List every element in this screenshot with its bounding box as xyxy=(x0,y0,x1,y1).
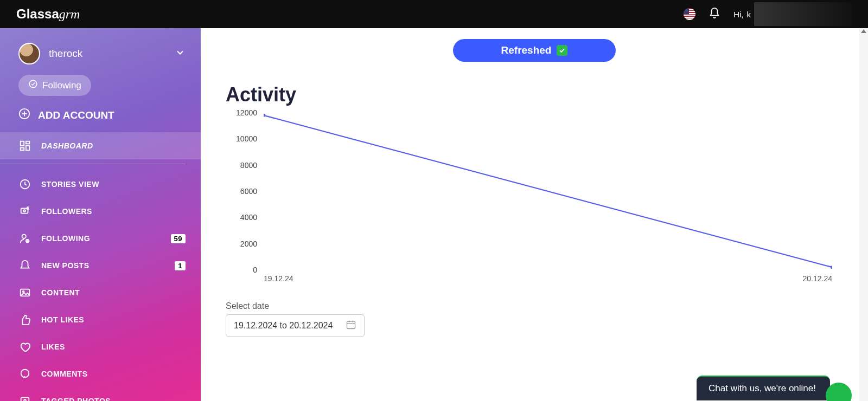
sidebar: therock Following ADD ACCOUNT DASHBOARD xyxy=(0,28,201,401)
check-icon xyxy=(557,45,567,56)
scroll-up-arrow-icon[interactable] xyxy=(861,29,866,33)
check-circle-icon xyxy=(28,79,38,92)
greeting-redacted xyxy=(754,2,852,26)
svg-point-10 xyxy=(23,210,25,212)
chat-bubble-icon[interactable] xyxy=(826,383,852,401)
chat-text[interactable]: Chat with us, we're online! xyxy=(697,376,830,400)
sidebar-item-likes[interactable]: LIKES xyxy=(0,333,201,360)
user-plus-icon xyxy=(18,232,31,244)
comment-icon xyxy=(18,368,31,380)
x-tick: 20.12.24 xyxy=(803,274,833,286)
sidebar-item-label: NEW POSTS xyxy=(41,261,165,270)
sidebar-item-label: COMMENTS xyxy=(41,370,186,378)
y-tick: 2000 xyxy=(240,240,257,248)
chat-widget[interactable]: Chat with us, we're online! xyxy=(697,375,852,401)
bell-icon xyxy=(18,260,31,271)
sidebar-item-tagged-photos[interactable]: TAGGED PHOTOS xyxy=(0,387,201,401)
image-icon xyxy=(18,287,31,299)
svg-rect-4 xyxy=(21,141,24,146)
y-tick: 12000 xyxy=(236,108,257,117)
refreshed-banner: Refreshed xyxy=(453,39,616,62)
calendar-icon xyxy=(346,319,356,332)
locale-flag-us-icon[interactable] xyxy=(684,8,695,20)
account-name: therock xyxy=(49,48,166,60)
logo-thin: grm xyxy=(59,7,80,21)
sidebar-item-label: STORIES VIEW xyxy=(41,180,186,189)
y-tick: 8000 xyxy=(240,161,257,170)
chevron-down-icon[interactable] xyxy=(175,47,186,60)
svg-rect-6 xyxy=(26,146,29,150)
sidebar-item-label: HOT LIKES xyxy=(41,315,186,324)
greeting: Hi, k xyxy=(733,2,852,26)
sidebar-item-label: CONTENT xyxy=(41,288,186,297)
svg-point-0 xyxy=(29,80,37,88)
sidebar-item-comments[interactable]: COMMENTS xyxy=(0,360,201,387)
main-content: Refreshed Activity 120001000080006000400… xyxy=(201,28,868,401)
chart-line xyxy=(264,113,832,270)
sidebar-item-content[interactable]: CONTENT xyxy=(0,279,201,306)
date-range-input[interactable]: 19.12.2024 to 20.12.2024 xyxy=(226,314,365,337)
app-header: Glassagrm Hi, k xyxy=(0,0,868,28)
y-tick: 6000 xyxy=(240,187,257,196)
sidebar-divider xyxy=(0,164,186,164)
activity-chart: 120001000080006000400020000 19.12.2420.1… xyxy=(226,113,843,286)
svg-rect-23 xyxy=(347,321,355,328)
count-badge: 59 xyxy=(171,234,186,243)
date-range-value: 19.12.2024 to 20.12.2024 xyxy=(234,321,333,331)
y-tick: 4000 xyxy=(240,213,257,222)
greeting-initial: k xyxy=(747,10,751,19)
dashboard-icon xyxy=(18,140,31,152)
following-pill[interactable]: Following xyxy=(18,75,91,96)
sidebar-item-label: FOLLOWERS xyxy=(41,207,186,216)
sidebar-item-label: TAGGED PHOTOS xyxy=(41,397,186,401)
notifications-bell-icon[interactable] xyxy=(709,7,720,21)
account-switcher[interactable]: therock xyxy=(0,40,201,67)
svg-text:1: 1 xyxy=(27,206,29,210)
greeting-prefix: Hi, xyxy=(733,10,743,19)
followers-icon: 1 xyxy=(18,205,31,217)
plus-circle-icon xyxy=(18,108,30,122)
count-badge: 1 xyxy=(175,261,186,270)
x-tick: 19.12.24 xyxy=(264,274,293,286)
following-pill-label: Following xyxy=(42,80,81,91)
select-date-label: Select date xyxy=(226,301,843,311)
thumbs-up-icon xyxy=(18,314,31,326)
refreshed-label: Refreshed xyxy=(501,44,552,56)
add-account-button[interactable]: ADD ACCOUNT xyxy=(0,96,201,132)
svg-point-22 xyxy=(831,266,832,269)
app-logo: Glassagrm xyxy=(16,7,80,22)
sidebar-item-new-posts[interactable]: NEW POSTS 1 xyxy=(0,252,201,279)
sidebar-item-followers[interactable]: 1 FOLLOWERS xyxy=(0,198,201,225)
activity-title: Activity xyxy=(226,83,843,106)
heart-icon xyxy=(18,341,31,353)
tagged-icon xyxy=(18,395,31,401)
y-tick: 10000 xyxy=(236,134,257,143)
scrollbar[interactable] xyxy=(859,28,868,401)
clock-icon xyxy=(18,178,31,190)
header-right: Hi, k xyxy=(684,2,852,26)
svg-rect-5 xyxy=(26,141,29,144)
sidebar-item-hot-likes[interactable]: HOT LIKES xyxy=(0,306,201,333)
sidebar-item-following[interactable]: FOLLOWING 59 xyxy=(0,225,201,252)
y-tick: 0 xyxy=(253,266,257,274)
sidebar-item-label: DASHBOARD xyxy=(41,141,186,150)
svg-point-18 xyxy=(21,370,29,378)
logo-main: Glassa xyxy=(16,7,59,21)
sidebar-item-label: FOLLOWING xyxy=(41,234,161,243)
sidebar-item-label: LIKES xyxy=(41,342,186,351)
sidebar-item-dashboard[interactable]: DASHBOARD xyxy=(0,132,201,159)
svg-rect-7 xyxy=(21,148,24,151)
sidebar-item-stories-view[interactable]: STORIES VIEW xyxy=(0,171,201,198)
svg-point-21 xyxy=(264,114,265,117)
add-account-label: ADD ACCOUNT xyxy=(38,109,114,121)
account-avatar xyxy=(18,43,40,64)
svg-point-12 xyxy=(22,235,26,238)
